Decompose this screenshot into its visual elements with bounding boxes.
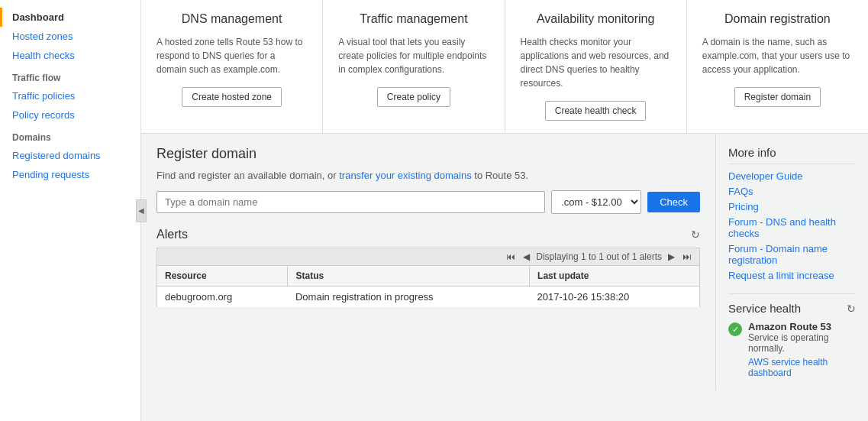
- main-content: DNS management A hosted zone tells Route…: [141, 0, 868, 421]
- service-health-header: Service health ↻: [728, 293, 856, 315]
- service-health-details: Amazon Route 53 Service is operating nor…: [748, 321, 856, 378]
- right-panel: More info Developer GuideFAQsPricingForu…: [715, 134, 868, 390]
- table-row: debugroom.orgDomain registration in prog…: [157, 287, 700, 308]
- card-title: DNS management: [156, 12, 307, 26]
- sidebar-item-pending-requests[interactable]: Pending requests: [0, 165, 140, 184]
- card-action-button[interactable]: Create hosted zone: [182, 87, 282, 107]
- feature-cards-row: DNS management A hosted zone tells Route…: [141, 0, 868, 134]
- feature-card: Traffic management A visual tool that le…: [323, 0, 505, 133]
- transfer-domains-link[interactable]: transfer your existing domains: [339, 170, 471, 181]
- card-title: Availability monitoring: [521, 12, 671, 26]
- next-page-button[interactable]: ▶: [666, 251, 676, 262]
- service-status-text: Service is operating normally.: [748, 332, 856, 354]
- check-domain-button[interactable]: Check: [647, 192, 700, 212]
- service-health-title: Service health: [728, 302, 801, 315]
- status-ok-icon: ✓: [728, 322, 742, 336]
- feature-card: Availability monitoring Health checks mo…: [505, 0, 687, 133]
- feature-card: DNS management A hosted zone tells Route…: [141, 0, 323, 133]
- table-header-resource: Resource: [157, 266, 288, 287]
- register-domain-section: Register domain Find and register an ava…: [156, 146, 700, 214]
- card-title: Traffic management: [338, 12, 489, 26]
- alerts-section: Alerts ↻ ⏮ ◀ Displaying 1 to 1 out of 1 …: [156, 228, 700, 308]
- table-header-last-update: Last update: [530, 266, 700, 287]
- service-health-refresh-icon[interactable]: ↻: [847, 303, 856, 315]
- sidebar-item-hosted-zones[interactable]: Hosted zones: [0, 27, 140, 46]
- register-domain-desc: Find and register an available domain, o…: [156, 170, 700, 181]
- table-cell-last_update: 2017-10-26 15:38:20: [530, 287, 700, 308]
- service-name: Amazon Route 53: [748, 321, 856, 332]
- register-domain-title: Register domain: [156, 146, 700, 162]
- card-action-button[interactable]: Create health check: [545, 101, 647, 121]
- more-info-link[interactable]: Request a limit increase: [728, 270, 856, 281]
- card-desc: Health checks monitor your applications …: [521, 35, 671, 90]
- more-info-links: Developer GuideFAQsPricingForum - DNS an…: [728, 170, 856, 281]
- card-desc: A hosted zone tells Route 53 how to resp…: [156, 35, 307, 76]
- sidebar-item-registered-domains[interactable]: Registered domains: [0, 146, 140, 165]
- card-desc: A visual tool that lets you easily creat…: [338, 35, 489, 76]
- sidebar-section-traffic-flow: Traffic flow: [0, 65, 140, 86]
- pagination-row: ⏮ ◀ Displaying 1 to 1 out of 1 alerts ▶ …: [156, 248, 700, 265]
- last-page-button[interactable]: ⏭: [681, 251, 693, 262]
- service-health-item: ✓ Amazon Route 53 Service is operating n…: [728, 321, 856, 378]
- domain-search-row: .com - $12.00 Check: [156, 190, 700, 214]
- more-info-link[interactable]: FAQs: [728, 186, 856, 197]
- card-title: Domain registration: [702, 12, 853, 26]
- sidebar-item-policy-records[interactable]: Policy records: [0, 105, 140, 125]
- more-info-link[interactable]: Developer Guide: [728, 170, 856, 182]
- prev-page-button[interactable]: ◀: [521, 251, 531, 262]
- sidebar-item-health-checks[interactable]: Health checks: [0, 46, 140, 65]
- alerts-header: Alerts ↻: [156, 228, 700, 241]
- sidebar-item-traffic-policies[interactable]: Traffic policies: [0, 86, 140, 105]
- domain-name-input[interactable]: [156, 191, 545, 213]
- alerts-title: Alerts: [156, 228, 188, 241]
- domain-tld-select[interactable]: .com - $12.00: [551, 190, 641, 214]
- table-header-status: Status: [288, 266, 530, 287]
- card-desc: A domain is the name, such as example.co…: [702, 35, 853, 76]
- card-action-button[interactable]: Create policy: [377, 87, 450, 107]
- pagination-text: Displaying 1 to 1 out of 1 alerts: [536, 251, 662, 262]
- sidebar-section-domains: Domains: [0, 125, 140, 146]
- card-action-button[interactable]: Register domain: [734, 87, 821, 107]
- more-info-link[interactable]: Pricing: [728, 201, 856, 212]
- sidebar-collapse-handle[interactable]: ◀: [136, 199, 147, 222]
- more-info-title: More info: [728, 146, 856, 164]
- table-cell-status: Domain registration in progress: [288, 287, 530, 308]
- table-cell-resource: debugroom.org: [157, 287, 288, 308]
- refresh-icon[interactable]: ↻: [691, 228, 700, 241]
- main-left-panel: Register domain Find and register an ava…: [141, 134, 715, 390]
- main-body: Register domain Find and register an ava…: [141, 134, 868, 390]
- alerts-table: ResourceStatusLast updatedebugroom.orgDo…: [156, 265, 700, 308]
- aws-dashboard-link[interactable]: AWS service health dashboard: [748, 357, 856, 378]
- more-info-link[interactable]: Forum - DNS and health checks: [728, 216, 856, 239]
- sidebar-item-dashboard[interactable]: Dashboard: [0, 8, 140, 27]
- first-page-button[interactable]: ⏮: [505, 251, 517, 262]
- feature-card: Domain registration A domain is the name…: [687, 0, 868, 133]
- sidebar: Dashboard Hosted zones Health checks Tra…: [0, 0, 141, 421]
- more-info-link[interactable]: Forum - Domain name registration: [728, 243, 856, 266]
